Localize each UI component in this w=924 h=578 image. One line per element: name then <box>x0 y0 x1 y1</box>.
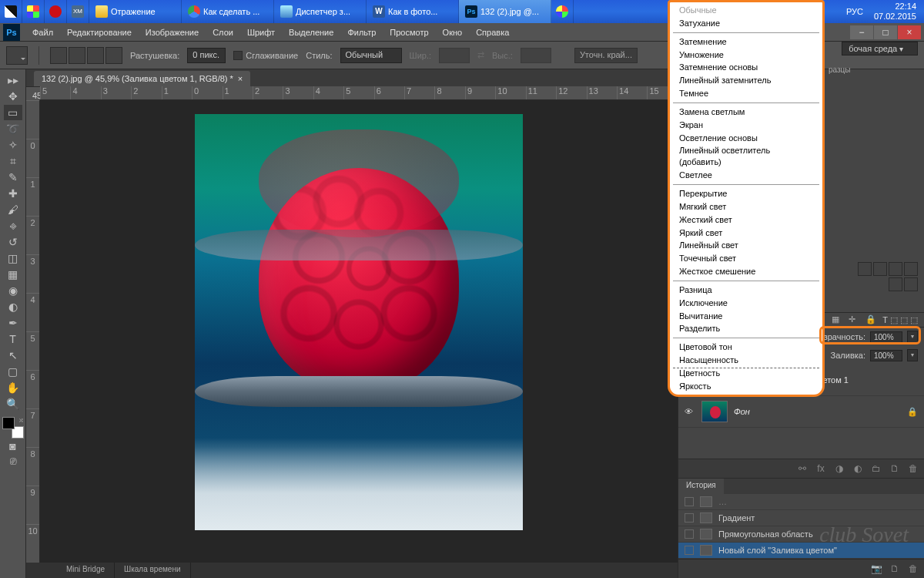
close-icon[interactable]: × <box>238 74 243 83</box>
selection-intersect-icon[interactable] <box>105 47 122 64</box>
opacity-slider-toggle[interactable]: ▾ <box>907 331 918 343</box>
blend-mode-item[interactable]: Яркость <box>670 380 822 393</box>
tab-minibridge[interactable]: Mini Bridge <box>57 563 115 578</box>
blend-mode-item[interactable]: Осветление основы <box>670 132 822 145</box>
taskbar-word[interactable]: WКак в фото... <box>367 0 459 23</box>
opacity-input[interactable]: 100% <box>870 331 902 343</box>
blend-mode-item[interactable]: Мягкий свет <box>670 200 822 213</box>
history-item[interactable]: … <box>678 494 924 510</box>
blend-mode-item[interactable]: Точечный свет <box>670 252 822 265</box>
menu-image[interactable]: Изображение <box>139 25 205 39</box>
layer-thumbnail[interactable] <box>701 401 728 422</box>
menu-file[interactable]: Файл <box>26 25 59 39</box>
history-brush-tool[interactable]: ↺ <box>4 234 22 250</box>
blend-mode-item[interactable]: Яркий свет <box>670 227 822 240</box>
taskbar-dispatcher[interactable]: Диспетчер з... <box>274 0 367 23</box>
minimize-button[interactable]: − <box>850 25 873 39</box>
document-tab[interactable]: 132 (2).jpg @ 45,9% (Заливка цветом 1, R… <box>34 71 250 86</box>
move-tool[interactable]: ✥ <box>4 89 22 104</box>
layer-name[interactable]: Фон <box>734 407 750 416</box>
tray-lang[interactable]: РУС <box>846 7 863 16</box>
lasso-tool[interactable]: ➰ <box>4 121 22 136</box>
path-selection-tool[interactable]: ↖ <box>4 348 22 363</box>
healing-brush-tool[interactable]: ✚ <box>4 186 22 201</box>
blend-mode-item[interactable]: Цветовой тон <box>670 341 822 354</box>
quick-mask-toggle[interactable]: ◙ <box>4 439 22 453</box>
blend-mode-item[interactable]: Затухание <box>670 17 822 30</box>
close-button[interactable]: × <box>898 25 921 39</box>
blend-mode-item[interactable]: Вычитание <box>670 310 822 323</box>
antialias-checkbox[interactable]: Сглаживание <box>233 51 298 60</box>
brush-tool[interactable]: 🖌 <box>4 202 22 217</box>
menu-layers[interactable]: Слои <box>206 25 239 39</box>
type-tool[interactable]: T <box>4 331 22 347</box>
tray-clock[interactable]: 22:14 07.02.2015 <box>874 2 916 22</box>
new-layer-icon[interactable]: 🗋 <box>889 462 901 475</box>
style-select[interactable]: Обычный <box>340 48 402 63</box>
swatches-tab[interactable]: разцы <box>829 66 851 74</box>
menu-edit[interactable]: Редактирование <box>61 25 138 39</box>
marquee-tool[interactable]: ▭ <box>4 105 22 120</box>
link-layers-icon[interactable]: ⚯ <box>796 462 808 475</box>
blend-mode-item[interactable]: Жесткий свет <box>670 213 822 227</box>
fill-slider-toggle[interactable]: ▾ <box>907 349 918 361</box>
history-check[interactable] <box>685 497 694 506</box>
blend-mode-item[interactable]: Темнее <box>670 87 822 100</box>
dodge-tool[interactable]: ◐ <box>4 299 22 314</box>
eyedropper-tool[interactable]: ✎ <box>4 170 22 185</box>
fx-icon[interactable]: fx <box>815 462 827 475</box>
panel-icon[interactable] <box>858 262 872 276</box>
snapshot-icon[interactable]: 📷 <box>870 563 882 575</box>
history-item[interactable]: Градиент <box>678 510 924 526</box>
blend-mode-item[interactable]: Цветность <box>670 367 822 380</box>
feather-input[interactable]: 0 пикс. <box>187 48 226 63</box>
menu-type[interactable]: Шрифт <box>241 25 281 39</box>
panel-icon[interactable] <box>873 262 887 276</box>
refine-edge-button[interactable]: Уточн. край... <box>574 48 638 63</box>
menu-window[interactable]: Окно <box>437 25 469 39</box>
crop-tool[interactable]: ⌗ <box>4 153 22 169</box>
eraser-tool[interactable]: ◫ <box>4 250 22 266</box>
selection-new-icon[interactable] <box>50 47 67 64</box>
blend-mode-item[interactable]: Затемнение основы <box>670 61 822 74</box>
blend-mode-item[interactable]: Экран <box>670 119 822 132</box>
taskbar-explorer[interactable]: Отражение <box>89 0 182 23</box>
panel-icon[interactable] <box>904 277 918 291</box>
taskbar-photoshop[interactable]: Ps132 (2).jpg @... <box>459 0 551 23</box>
maximize-button[interactable]: □ <box>874 25 897 39</box>
gradient-tool[interactable]: ▦ <box>4 267 22 282</box>
pen-tool[interactable]: ✒ <box>4 315 22 331</box>
panel-icon[interactable] <box>889 262 902 276</box>
lock-position-icon[interactable]: ✛ <box>849 314 859 325</box>
panel-icon[interactable] <box>904 262 918 276</box>
current-tool-preset[interactable] <box>6 46 28 65</box>
blend-mode-item[interactable]: Умножение <box>670 49 822 62</box>
start-button[interactable] <box>0 0 22 23</box>
selection-add-icon[interactable] <box>69 47 85 64</box>
blend-mode-item[interactable]: Разделить <box>670 322 822 335</box>
group-icon[interactable]: 🗀 <box>870 462 882 475</box>
blend-mode-item[interactable]: Насыщенность <box>670 354 822 367</box>
history-item[interactable]: Новый слой "Заливка цветом" <box>678 543 924 559</box>
blend-mode-item[interactable]: Линейный свет <box>670 239 822 252</box>
menu-help[interactable]: Справка <box>470 25 515 39</box>
magic-wand-tool[interactable]: ✧ <box>4 137 22 153</box>
blend-mode-item[interactable]: Обычные <box>670 4 822 17</box>
blend-mode-item[interactable]: Замена светлым <box>670 106 822 119</box>
adjustment-icon[interactable]: ◐ <box>852 462 864 475</box>
zoom-tool[interactable]: 🔍 <box>4 396 22 412</box>
swap-colors-icon[interactable]: ⤭ <box>18 417 24 424</box>
visibility-icon[interactable]: 👁 <box>685 407 695 416</box>
layer-row[interactable]: 👁 Фон 🔒 <box>678 396 924 428</box>
rectangle-tool[interactable]: ▢ <box>4 364 22 379</box>
blend-mode-item[interactable]: Исключение <box>670 297 822 310</box>
blur-tool[interactable]: ◉ <box>4 283 22 298</box>
foreground-color-swatch[interactable] <box>2 417 15 429</box>
history-check[interactable] <box>685 529 694 539</box>
blend-mode-item[interactable]: Линейный затемнитель <box>670 74 822 87</box>
history-check[interactable] <box>685 513 694 523</box>
blend-mode-item[interactable]: Разница <box>670 284 822 297</box>
taskbar-xm[interactable]: XM <box>67 0 89 23</box>
delete-icon[interactable]: 🗑 <box>907 563 919 575</box>
canvas-viewport[interactable] <box>40 100 678 546</box>
